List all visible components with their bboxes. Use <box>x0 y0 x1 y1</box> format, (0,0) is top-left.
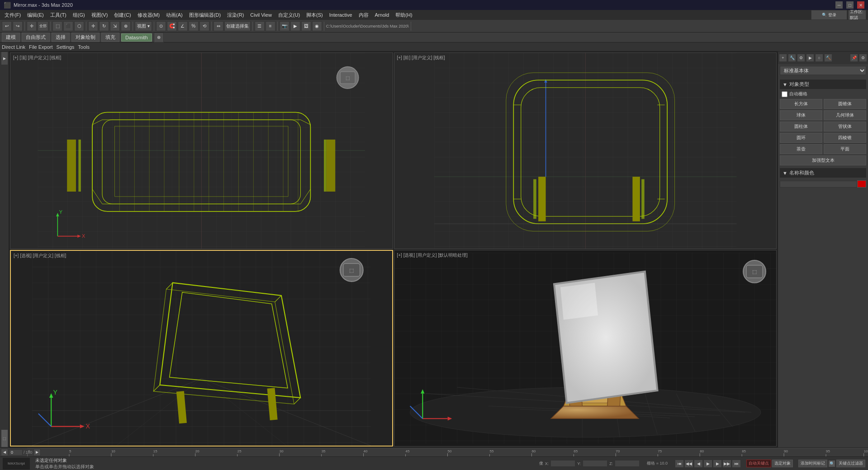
tab-selection[interactable]: 选择 <box>52 33 70 42</box>
menu-modifier[interactable]: 修改器(M) <box>135 11 163 19</box>
percent-snap[interactable]: % <box>189 21 199 31</box>
select-region[interactable]: ⬛ <box>63 21 73 31</box>
next-frame-btn[interactable]: ▶ <box>33 449 41 456</box>
btn-pyramid[interactable]: 四棱锥 <box>824 133 866 143</box>
snap-toggle[interactable]: 🧲 <box>167 21 177 31</box>
tab-datasmith[interactable]: Datasmith <box>121 33 152 42</box>
keyfilter-btn[interactable]: 关键点过滤器 <box>836 460 865 467</box>
select-tool[interactable]: ✛ <box>27 21 37 31</box>
frame-input[interactable] <box>9 449 23 456</box>
btn-cone[interactable]: 圆锥体 <box>824 99 866 109</box>
menu-script[interactable]: 脚本(S) <box>304 11 326 19</box>
btn-torus[interactable]: 圆环 <box>780 133 822 143</box>
rp-create[interactable]: + <box>779 54 787 62</box>
anim-start[interactable]: ⏮ <box>675 460 684 468</box>
window-cross[interactable]: ⬡ <box>74 21 84 31</box>
viewport-top[interactable]: [+] [顶] [用户定义] [线框] <box>10 52 393 249</box>
anim-end[interactable]: ⏭ <box>732 460 741 468</box>
rp-display[interactable]: ○ <box>815 54 823 62</box>
place-tool[interactable]: ⊕ <box>121 21 131 31</box>
select-all[interactable]: 全部 <box>38 21 48 31</box>
angle-snap[interactable]: ∠ <box>178 21 188 31</box>
viewport-persp-wire[interactable]: [+] [选视] [用户定义] [线框] <box>10 250 393 446</box>
btn-plane[interactable]: 平面 <box>824 144 866 154</box>
timeline-ruler[interactable]: 0 5 10 15 20 25 30 35 40 <box>0 447 868 456</box>
menu-render[interactable]: 渲染(R) <box>224 11 247 19</box>
color-swatch[interactable] <box>857 180 866 188</box>
anim-prev[interactable]: ◀◀ <box>684 460 693 468</box>
btn-box[interactable]: 长方体 <box>780 99 822 109</box>
autokey-btn[interactable]: 自动关键点 <box>746 460 771 467</box>
rp-modify[interactable]: 🔧 <box>788 54 796 62</box>
anim-prev-frame[interactable]: ◀ <box>694 460 703 468</box>
menu-grapheditor[interactable]: 图形编辑器(D) <box>186 11 223 19</box>
align-button[interactable]: 创建选择集 <box>224 21 251 31</box>
menu-create[interactable]: 创建(C) <box>111 11 133 19</box>
lp-option[interactable]: ⬚ <box>1 429 8 447</box>
minimize-button[interactable]: ─ <box>835 1 843 9</box>
btn-teapot[interactable]: 茶壶 <box>780 144 822 154</box>
scene-explorer[interactable]: ≡ <box>266 21 275 31</box>
lp-expand[interactable]: ▶ <box>1 52 8 65</box>
spinner-snap[interactable]: ⟲ <box>199 21 209 31</box>
menu-view[interactable]: 视图(V) <box>89 11 111 19</box>
menu-help[interactable]: 帮助(H) <box>393 11 415 19</box>
dl-directlink[interactable]: Direct Link <box>2 44 25 50</box>
scale-tool[interactable]: ⇲ <box>110 21 120 31</box>
btn-tube[interactable]: 管状体 <box>824 122 866 132</box>
addtime-btn[interactable]: 添加时间标记 <box>798 460 827 467</box>
anim-next[interactable]: ▶▶ <box>722 460 731 468</box>
viewport-front[interactable]: [+] [前] [用户定义] [线框] <box>394 52 777 249</box>
btn-textplus[interactable]: 加强型文本 <box>780 155 866 165</box>
material-editor[interactable]: ◉ <box>312 21 322 31</box>
rp-pin[interactable]: 📌 <box>850 54 858 62</box>
menu-tools[interactable]: 工具(T) <box>47 11 69 19</box>
menu-edit[interactable]: 编辑(E) <box>24 11 47 19</box>
workspace-dropdown[interactable]: 工作区: 默認 <box>848 10 866 20</box>
layer-manager[interactable]: ☰ <box>255 21 265 31</box>
rp-hierarchy[interactable]: ⚙ <box>797 54 805 62</box>
move-tool[interactable]: ✛ <box>88 21 98 31</box>
anim-play[interactable]: ▶ <box>703 460 712 468</box>
render-frame[interactable]: 🖼 <box>301 21 311 31</box>
undo-button[interactable]: ↩ <box>2 21 12 31</box>
dl-settings[interactable]: Settings <box>57 44 75 50</box>
menu-arnold[interactable]: Arnold <box>372 11 392 19</box>
setkey-btn[interactable]: 选定对象 <box>772 460 793 467</box>
autogrid-checkbox[interactable] <box>782 91 787 97</box>
tab-more[interactable]: ⊕ <box>154 33 164 42</box>
tab-populate[interactable]: 填充 <box>101 33 119 42</box>
std-primitives-dropdown[interactable]: 标准基本体 <box>780 66 866 75</box>
render-setup[interactable]: 📷 <box>280 21 289 31</box>
btn-sphere[interactable]: 球体 <box>780 110 822 120</box>
btn-cylinder[interactable]: 圆柱体 <box>780 122 822 132</box>
search-keys[interactable]: 🔍 <box>828 460 835 467</box>
search-input[interactable]: 🔍 登录 <box>811 10 847 20</box>
tab-objectpaint[interactable]: 对象绘制 <box>71 33 100 42</box>
pivot-btn[interactable]: ⊙ <box>156 21 166 31</box>
btn-geosphere[interactable]: 几何球体 <box>824 110 866 120</box>
namecolor-section[interactable]: ▼ 名称和颜色 <box>780 168 866 178</box>
menu-custom[interactable]: 自定义(U) <box>275 11 303 19</box>
render[interactable]: ▶ <box>290 21 300 31</box>
dl-fileexport[interactable]: File Export <box>29 44 53 50</box>
ref-coord-dropdown[interactable]: 视图 ▾ <box>135 21 152 31</box>
y-coord[interactable] <box>583 460 607 467</box>
close-button[interactable]: ✕ <box>857 1 864 9</box>
menu-animation[interactable]: 动画(A) <box>163 11 185 19</box>
anim-next-frame[interactable]: ▶ <box>713 460 722 468</box>
x-coord[interactable] <box>550 460 575 467</box>
menu-group[interactable]: 组(G) <box>70 11 88 19</box>
objtype-section[interactable]: ▼ 对象类型 <box>780 80 866 89</box>
name-input[interactable] <box>780 181 857 188</box>
maximize-button[interactable]: □ <box>846 1 854 9</box>
prev-frame-btn[interactable]: ◀ <box>1 449 8 456</box>
menu-civilview[interactable]: Civil View <box>247 11 274 19</box>
z-coord[interactable] <box>615 460 640 467</box>
rotate-tool[interactable]: ↻ <box>99 21 109 31</box>
dl-tools[interactable]: Tools <box>78 44 90 50</box>
rp-settings[interactable]: ⚙ <box>859 54 867 62</box>
rp-motion[interactable]: ▶ <box>806 54 814 62</box>
select-object[interactable]: ⬚ <box>52 21 62 31</box>
redo-button[interactable]: ↪ <box>13 21 23 31</box>
